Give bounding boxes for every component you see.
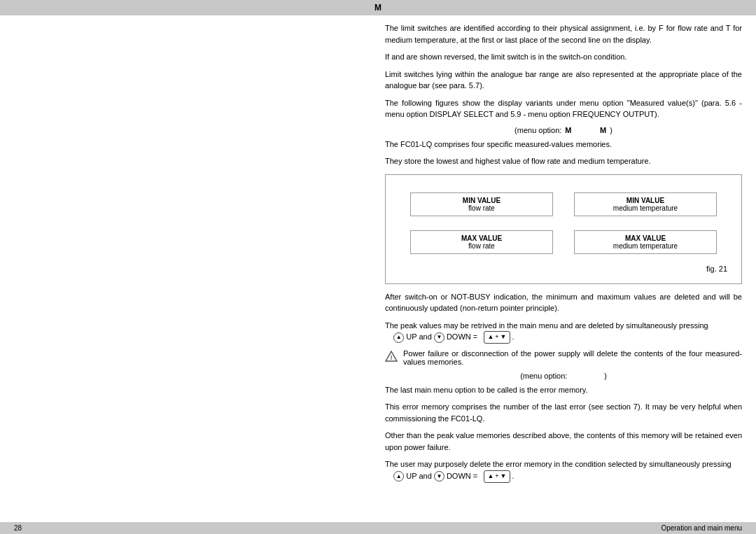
warning-triangle-svg: ! [385,350,398,363]
paragraph-12: Other than the peak value memories descr… [385,430,742,453]
section-label: Operation and main menu [661,524,742,532]
min-value-temp-title: MIN VALUE [582,197,709,204]
min-value-flow-title: MIN VALUE [418,197,545,204]
para8-text: The peak values may be retrived in the m… [385,320,742,344]
max-value-flow-box: MAX VALUE flow rate [410,230,553,254]
header-title: M [374,3,382,13]
main-content: The limit switches are identified accord… [0,15,756,522]
para4-text: The following figures show the display v… [385,97,742,120]
paragraph-6: They store the lowest and highest value … [385,155,742,167]
down-arrow-icon-2: ▼ [434,471,444,482]
up-symbol: ▲ [487,332,493,342]
menu-option-line-1: (menu option: M M ) [385,126,742,134]
paragraph-8: The peak values may be retrived in the m… [385,320,742,344]
paragraph-10: The last main menu option to be called i… [385,384,742,396]
max-value-temp-box: MAX VALUE medium temperature [574,230,717,254]
menu-option-label: (menu option: [514,126,561,134]
footer-bar: 28 Operation and main menu [0,522,756,534]
max-value-temp-title: MAX VALUE [582,234,709,242]
up-text: UP and [406,332,432,341]
combined-button-2: ▲ + ▼ [484,470,510,483]
min-value-flow-box: MIN VALUE flow rate [410,192,553,216]
right-side: The limit switches are identified accord… [378,15,756,522]
para10-text: The last main menu option to be called i… [385,384,742,396]
paragraph-7: After switch-on or NOT-BUSY indication, … [385,291,742,314]
menu-option-m2: M [600,126,606,134]
paragraph-2: If and are shown reversed, the limit swi… [385,51,742,63]
menu-option-m1: M [565,126,571,134]
paragraph-3: Limit switches lying within the analogue… [385,69,742,92]
paragraph-13: The user may purposely delete the error … [385,458,742,482]
para13-text: The user may purposely delete the error … [385,458,742,482]
up-symbol-2: ▲ [487,472,493,482]
para3-text: Limit switches lying within the analogue… [385,69,742,92]
up-label: UP and [406,472,432,480]
para11-text: This error memory comprises the number o… [385,401,742,424]
max-value-flow-sub: flow rate [418,242,545,250]
min-value-temp-sub: medium temperature [582,204,709,212]
para1-text: The limit switches are identified accord… [385,22,742,45]
menu-option-close: ) [610,126,612,134]
min-value-flow-sub: flow rate [418,204,545,212]
para2-text: If and are shown reversed, the limit swi… [385,51,742,63]
diagram-container: MIN VALUE flow rate MIN VALUE medium tem… [385,174,742,284]
fig-label: fig. 21 [396,265,731,273]
paragraph-4: The following figures show the display v… [385,97,742,120]
para5-text: The FC01-LQ comprises four specific meas… [385,139,742,150]
combined-button: ▲ + ▼ [484,331,510,344]
menu-option2-label: (menu option: [520,372,567,380]
warning-icon: ! [385,350,398,364]
warning-section: ! Power failure or disconnection of the … [385,349,742,366]
paragraph-1: The limit switches are identified accord… [385,22,742,45]
plus-symbol: + [495,332,498,342]
up-arrow-icon: ▲ [393,332,404,343]
menu-option-line-2: (menu option: ) [385,372,742,380]
min-value-temp-box: MIN VALUE medium temperature [574,192,717,216]
warning-text: Power failure or disconnection of the po… [403,349,742,366]
up-arrow-icon-2: ▲ [393,471,404,482]
para7-text: After switch-on or NOT-BUSY indication, … [385,291,742,314]
down-symbol: ▼ [500,332,507,342]
svg-text:!: ! [391,354,393,361]
paragraph-11: This error memory comprises the number o… [385,401,742,424]
page-container: M The limit switches are identified acco… [0,0,756,534]
left-side [0,15,378,522]
menu-option2-close: ) [604,372,607,380]
page-number: 28 [14,524,22,532]
plus-symbol-2: + [495,472,498,482]
diagram-grid: MIN VALUE flow rate MIN VALUE medium tem… [396,185,731,261]
max-value-flow-title: MAX VALUE [418,234,545,242]
max-value-temp-sub: medium temperature [582,242,709,250]
header-bar: M [0,0,756,15]
down-arrow-icon: ▼ [434,332,444,343]
down-symbol-2: ▼ [500,472,507,482]
para12-text: Other than the peak value memories descr… [385,430,742,453]
para6-text: They store the lowest and highest value … [385,155,742,167]
paragraph-5: The FC01-LQ comprises four specific meas… [385,139,742,150]
down-text: DOWN = [447,332,477,341]
down-label: DOWN = [447,472,477,480]
